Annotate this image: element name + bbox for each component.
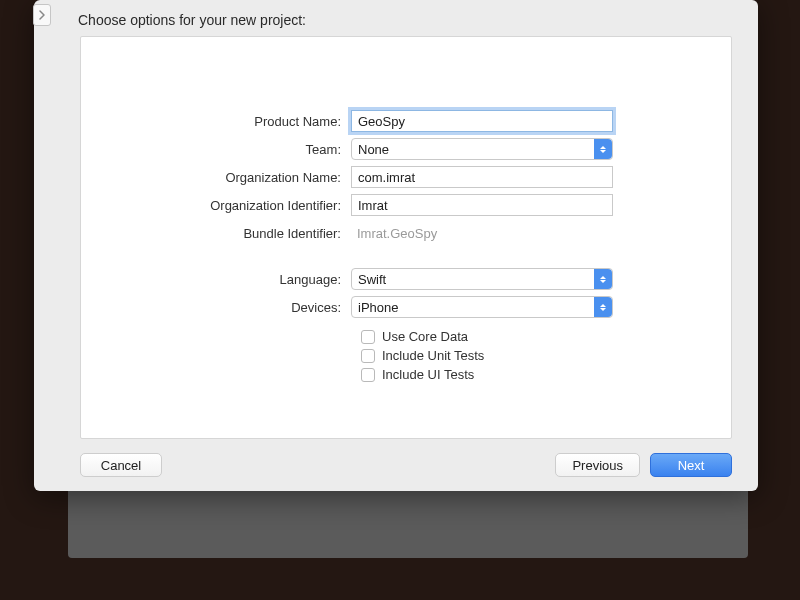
sheet-heading: Choose options for your new project:: [34, 0, 758, 36]
language-label: Language:: [81, 272, 351, 287]
language-select[interactable]: Swift: [351, 268, 613, 290]
org-name-input[interactable]: [351, 166, 613, 188]
form-area: Product Name: Team: None Organization Na…: [80, 36, 732, 439]
use-core-data-label: Use Core Data: [382, 329, 468, 344]
org-name-label: Organization Name:: [81, 170, 351, 185]
include-unit-tests-checkbox[interactable]: [361, 349, 375, 363]
chevron-right-icon: [38, 10, 46, 20]
use-core-data-checkbox[interactable]: [361, 330, 375, 344]
button-bar: Cancel Previous Next: [34, 453, 758, 491]
updown-caret-icon: [594, 269, 612, 289]
new-project-options-sheet: Choose options for your new project: Pro…: [34, 0, 758, 491]
team-select[interactable]: None: [351, 138, 613, 160]
team-select-value: None: [358, 142, 389, 157]
product-name-label: Product Name:: [81, 114, 351, 129]
product-name-input[interactable]: [351, 110, 613, 132]
language-select-value: Swift: [358, 272, 386, 287]
org-identifier-label: Organization Identifier:: [81, 198, 351, 213]
bundle-identifier-value: Imrat.GeoSpy: [351, 222, 613, 244]
include-ui-tests-checkbox[interactable]: [361, 368, 375, 382]
next-button[interactable]: Next: [650, 453, 732, 477]
org-identifier-input[interactable]: [351, 194, 613, 216]
cancel-button[interactable]: Cancel: [80, 453, 162, 477]
bundle-identifier-label: Bundle Identifier:: [81, 226, 351, 241]
updown-caret-icon: [594, 297, 612, 317]
include-unit-tests-label: Include Unit Tests: [382, 348, 484, 363]
devices-label: Devices:: [81, 300, 351, 315]
include-ui-tests-label: Include UI Tests: [382, 367, 474, 382]
devices-select-value: iPhone: [358, 300, 398, 315]
team-label: Team:: [81, 142, 351, 157]
previous-button[interactable]: Previous: [555, 453, 640, 477]
updown-caret-icon: [594, 139, 612, 159]
devices-select[interactable]: iPhone: [351, 296, 613, 318]
back-nav-tab[interactable]: [33, 4, 51, 26]
